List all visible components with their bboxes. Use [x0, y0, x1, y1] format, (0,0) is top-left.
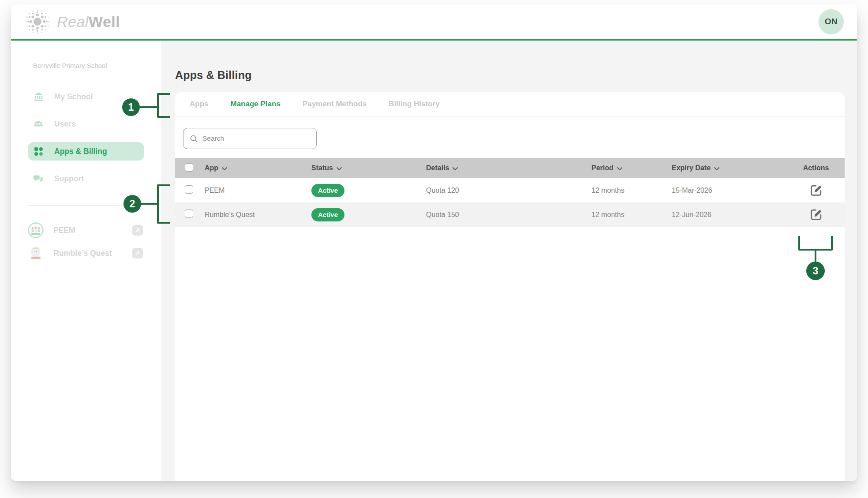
search-icon [190, 135, 198, 143]
edit-action-button[interactable] [809, 183, 823, 197]
chevron-down-icon [337, 167, 342, 170]
user-avatar[interactable]: ON [819, 9, 844, 34]
chevron-down-icon [222, 167, 227, 170]
edit-pencil-icon [809, 183, 823, 197]
sidebar-item-my-school[interactable]: My School [28, 87, 144, 106]
support-chat-icon [33, 173, 44, 184]
search-box[interactable] [183, 128, 317, 149]
app-window: RealWell ON Berryville Primary School [11, 4, 857, 481]
plans-table: App Status Details [175, 158, 845, 227]
sidebar-app-label: PEEM [53, 226, 75, 235]
column-header-actions: Actions [802, 164, 830, 172]
sidebar-item-support[interactable]: Support [28, 169, 144, 188]
page: RealWell ON Berryville Primary School [0, 0, 868, 498]
sidebar-app-peem[interactable]: PEEM [27, 221, 143, 240]
sidebar-item-apps-billing[interactable]: Apps & Billing [28, 142, 144, 161]
sidebar-item-label: Support [54, 174, 84, 183]
tab-payment-methods[interactable]: Payment Methods [303, 100, 367, 109]
sidebar-item-users[interactable]: Users [28, 115, 144, 133]
select-all-checkbox[interactable] [185, 163, 193, 172]
column-header-app[interactable]: App [205, 164, 311, 172]
peem-logo-icon [27, 222, 44, 239]
logo-text-bold: Well [89, 13, 120, 30]
users-icon [33, 119, 44, 129]
table-row: Rumble’s Quest Active Quota 150 12 month… [175, 202, 845, 227]
column-header-period[interactable]: Period [591, 164, 672, 172]
sidebar-item-label: Users [54, 120, 76, 129]
main-content: Apps & Billing Apps Manage Plans Payment… [161, 41, 857, 481]
app-name-cell: Rumble’s Quest [205, 211, 311, 219]
column-header-details[interactable]: Details [426, 164, 591, 172]
logo-text: RealWell [57, 14, 120, 29]
details-cell: Quota 150 [426, 211, 591, 219]
expiry-date-cell: 15-Mar-2026 [672, 187, 802, 195]
edit-pencil-icon [809, 208, 823, 221]
sidebar-app-label: Rumble’s Quest [53, 249, 112, 258]
external-link-icon[interactable] [132, 248, 143, 258]
chevron-down-icon [714, 167, 719, 170]
chevron-down-icon [453, 167, 458, 170]
apps-grid-plus-icon [33, 146, 44, 157]
tab-apps[interactable]: Apps [190, 100, 209, 109]
table-row: PEEM Active Quota 120 12 months 15-Mar-2… [175, 178, 845, 202]
period-cell: 12 months [591, 187, 672, 195]
expiry-date-cell: 12-Jun-2026 [672, 211, 802, 219]
app-header: RealWell ON [11, 4, 857, 39]
page-title: Apps & Billing [175, 68, 845, 82]
sidebar-item-label: My School [54, 92, 93, 101]
row-checkbox[interactable] [185, 210, 193, 218]
status-badge: Active [311, 208, 344, 221]
row-checkbox[interactable] [185, 185, 193, 194]
period-cell: 12 months [591, 211, 672, 219]
tab-billing-history[interactable]: Billing History [389, 100, 439, 109]
school-name: Berryville Primary School [33, 62, 161, 69]
column-header-status[interactable]: Status [311, 164, 426, 172]
external-link-icon[interactable] [132, 225, 143, 236]
details-cell: Quota 120 [426, 187, 591, 195]
tab-manage-plans[interactable]: Manage Plans [231, 100, 281, 109]
rumbles-quest-logo-icon [27, 245, 44, 262]
search-input[interactable] [202, 135, 316, 142]
chevron-down-icon [617, 167, 622, 170]
sidebar-divider [26, 205, 139, 206]
search-row [175, 116, 845, 149]
column-header-expiry-date[interactable]: Expiry Date [672, 164, 802, 172]
realwell-logo: RealWell [24, 8, 120, 35]
school-building-icon [33, 91, 44, 102]
app-name-cell: PEEM [205, 187, 311, 195]
sidebar-app-rumbles-quest[interactable]: Rumble’s Quest [27, 243, 143, 263]
window-body: Berryville Primary School [11, 41, 857, 481]
sidebar: Berryville Primary School [11, 41, 161, 481]
status-badge: Active [311, 184, 344, 197]
sidebar-nav: My School Users [28, 87, 161, 188]
edit-action-button[interactable] [809, 208, 823, 221]
sidebar-app-links: PEEM [27, 221, 161, 263]
sidebar-item-label: Apps & Billing [54, 147, 107, 156]
content-card: Apps Manage Plans Payment Methods Billin… [175, 92, 845, 481]
tab-bar: Apps Manage Plans Payment Methods Billin… [175, 92, 845, 116]
logo-text-light: Real [57, 13, 89, 30]
table-header-row: App Status Details [175, 158, 845, 178]
logo-burst-icon [24, 8, 51, 35]
avatar-initials: ON [825, 17, 838, 26]
